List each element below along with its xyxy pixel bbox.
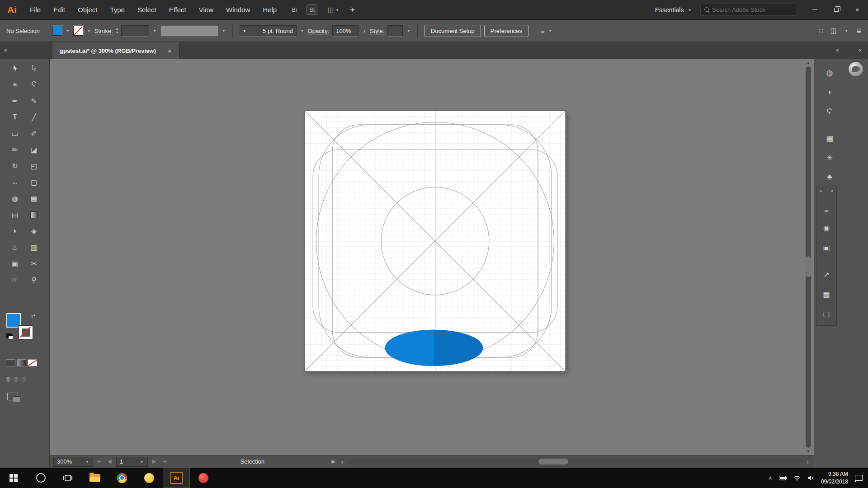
menu-effect[interactable]: Effect xyxy=(163,0,192,20)
opacity-field[interactable]: 100% xyxy=(332,25,359,37)
scale-tool[interactable]: ◰ xyxy=(26,159,42,173)
preferences-button[interactable]: Preferences xyxy=(484,25,528,37)
shape-builder-tool[interactable]: ◍ xyxy=(7,191,23,206)
stroke-weight-field[interactable] xyxy=(121,25,149,37)
status-flyout-icon[interactable]: ▶ xyxy=(330,459,336,465)
illustrator-taskbar-button[interactable]: Ai xyxy=(163,468,190,488)
opacity-flyout-icon[interactable]: › xyxy=(362,27,367,34)
panel-menu-icon[interactable]: ≡ xyxy=(816,208,836,216)
chevron-down-icon[interactable]: ▾ xyxy=(844,28,849,33)
menu-type[interactable]: Type xyxy=(104,0,131,20)
last-artboard-button[interactable]: ⇥ xyxy=(160,459,167,465)
chevron-down-icon[interactable]: ▾ xyxy=(548,28,553,33)
creative-cloud-icon[interactable] xyxy=(849,62,863,76)
minimize-button[interactable] xyxy=(804,0,826,20)
horizontal-scrollbar[interactable]: ‹ › xyxy=(340,458,810,465)
fill-color-swatch[interactable] xyxy=(52,26,62,36)
mesh-tool[interactable]: ▤ xyxy=(7,207,23,222)
scroll-right-icon[interactable]: › xyxy=(805,458,810,465)
chevron-down-icon[interactable]: ▾ xyxy=(86,28,91,33)
paintbrush-tool[interactable]: ✐ xyxy=(26,126,42,141)
artboard[interactable] xyxy=(305,111,566,371)
bridge-button[interactable]: Br xyxy=(292,6,297,13)
image-trace-panel-icon[interactable]: Ϛ xyxy=(821,104,838,119)
vertical-scroll-track[interactable] xyxy=(806,66,811,448)
style-label[interactable]: Style: xyxy=(370,28,385,34)
stroke-weight-stepper[interactable]: ▴ ▾ xyxy=(116,27,118,34)
rotate-tool[interactable]: ↻ xyxy=(7,159,23,173)
scroll-left-icon[interactable]: ‹ xyxy=(340,458,345,465)
blend-tool[interactable]: ◈ xyxy=(26,224,42,238)
restore-button[interactable] xyxy=(826,0,847,20)
pattern-options-panel-icon[interactable]: ▦ xyxy=(821,131,838,145)
file-explorer-button[interactable] xyxy=(81,468,108,488)
gradient-button[interactable] xyxy=(17,359,26,366)
stroke-swatch[interactable] xyxy=(19,326,33,339)
first-artboard-button[interactable]: ⇤ xyxy=(96,459,103,465)
document-tab[interactable]: gpstest.ai* @ 300% (RGB/Preview) × xyxy=(52,42,179,59)
chrome-button[interactable] xyxy=(108,468,136,488)
chevron-down-icon[interactable]: ▾ xyxy=(300,28,305,33)
menu-help[interactable]: Help xyxy=(257,0,283,20)
list-view-icon[interactable]: ≣ xyxy=(856,27,862,35)
vertical-scrollbar[interactable]: ▴ ▾ xyxy=(804,59,813,455)
expand-panel-icon[interactable]: » xyxy=(819,188,822,193)
width-profile-preview[interactable] xyxy=(160,25,218,37)
shapes-panel-icon[interactable]: ◖ xyxy=(821,85,838,99)
red-app-button[interactable] xyxy=(190,468,217,488)
pinned-app-button[interactable] xyxy=(136,468,163,488)
eyedropper-tool[interactable]: ◗ xyxy=(7,224,23,238)
align-icon[interactable]: ≡ xyxy=(541,27,545,35)
volume-icon[interactable] xyxy=(807,475,814,481)
stroke-label[interactable]: Stroke: xyxy=(94,28,113,34)
tab-close-icon[interactable]: × xyxy=(168,47,172,55)
close-panel-icon[interactable]: × xyxy=(831,188,834,193)
menu-select[interactable]: Select xyxy=(132,0,162,20)
hidden-icons-chevron[interactable]: ∧ xyxy=(769,475,772,481)
chevron-down-icon[interactable]: ▾ xyxy=(85,460,90,464)
default-fill-stroke-icon[interactable] xyxy=(6,333,12,338)
change-screen-mode-icon[interactable] xyxy=(7,393,18,400)
export-panel-icon[interactable]: ↗ xyxy=(816,270,836,279)
menu-view[interactable]: View xyxy=(193,0,219,20)
free-transform-tool[interactable]: ▢ xyxy=(26,175,42,189)
magic-wand-tool[interactable]: ✶ xyxy=(7,77,23,92)
start-button[interactable] xyxy=(0,468,27,488)
panels-icon[interactable]: ◫ xyxy=(830,27,837,35)
vertical-scroll-thumb[interactable] xyxy=(806,256,811,277)
perspective-grid-tool[interactable]: ▦ xyxy=(26,191,42,206)
draw-normal-icon[interactable]: ◎ xyxy=(5,375,10,382)
next-artboard-button[interactable]: ▶ xyxy=(151,459,157,465)
network-icon[interactable] xyxy=(793,475,801,481)
layers-panel-icon[interactable]: ▤ xyxy=(816,290,836,299)
collapse-panels-icon[interactable]: « xyxy=(836,47,839,53)
draw-inside-icon[interactable]: ◎ xyxy=(21,375,26,382)
scroll-down-icon[interactable]: ▾ xyxy=(807,449,809,454)
menu-file[interactable]: File xyxy=(24,0,47,20)
brush-definition-select[interactable]: ● 5 pt. Round xyxy=(240,25,297,37)
slice-tool[interactable]: ✂ xyxy=(26,256,42,271)
chevron-down-icon[interactable]: ▾ xyxy=(335,8,340,12)
menu-window[interactable]: Window xyxy=(220,0,256,20)
curvature-tool[interactable]: ✎ xyxy=(26,94,42,108)
chevron-down-icon[interactable]: ▾ xyxy=(66,28,71,33)
eraser-tool[interactable]: ◪ xyxy=(26,142,42,157)
horizontal-scroll-thumb[interactable] xyxy=(538,459,568,465)
none-button[interactable] xyxy=(28,359,37,366)
action-center-icon[interactable] xyxy=(855,475,863,481)
chevron-down-icon[interactable]: ▾ xyxy=(406,28,411,33)
arrange-documents-icon[interactable]: ◫ xyxy=(327,6,334,14)
swatches-panel-icon[interactable]: ▣ xyxy=(816,244,836,252)
scroll-up-icon[interactable]: ▴ xyxy=(807,61,809,65)
taskbar-clock[interactable]: 9:38 AM 09/02/2018 xyxy=(821,470,848,485)
type-tool[interactable]: T xyxy=(7,110,23,124)
lasso-tool[interactable]: Ϛ xyxy=(26,77,42,92)
gradient-tool[interactable] xyxy=(26,207,42,222)
direct-selection-tool[interactable] xyxy=(26,61,42,75)
stepper-down-icon[interactable]: ▾ xyxy=(116,31,118,34)
gpu-performance-icon[interactable]: ✈ xyxy=(349,6,355,14)
rectangle-tool[interactable]: ▭ xyxy=(7,126,23,141)
search-input[interactable] xyxy=(712,6,792,13)
cortana-button[interactable] xyxy=(27,468,54,488)
color-button[interactable] xyxy=(6,359,15,366)
